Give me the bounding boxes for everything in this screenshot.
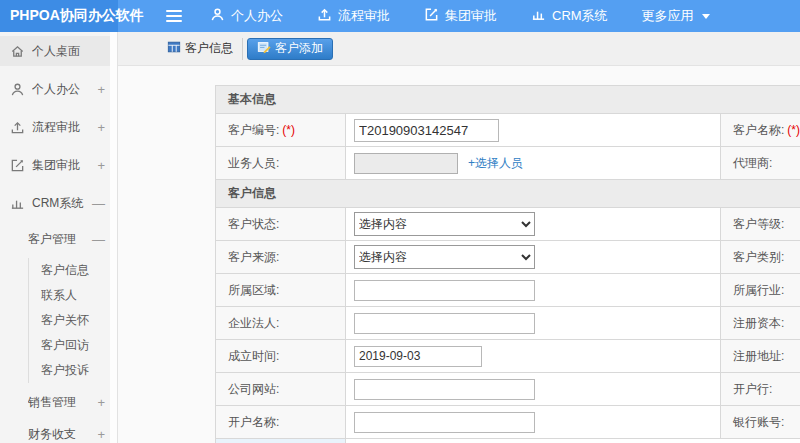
required-marker: (*) [282,123,295,137]
field-label-region: 所属区域: [216,274,346,307]
sidebar-item-label: 客户回访 [41,337,105,354]
field-cell-remark [346,439,800,443]
field-label-text: 开户名称: [228,415,279,429]
collapse-icon[interactable]: — [92,196,105,211]
sidebar-item-personal-office[interactable]: 个人办公+ [0,74,117,104]
sidebar-item-label: 客户投诉 [41,362,105,379]
sidebar-item-label: 集团审批 [32,157,95,174]
field-label-text: 开户行: [733,382,772,396]
company-website-input[interactable] [354,379,535,400]
sidebar-item-label: 销售管理 [28,394,95,411]
top-bar: PHPOA协同办公软件 个人办公流程审批集团审批CRM系统更多应用 [0,0,800,32]
grid-icon [167,40,181,57]
field-label-text: 公司网站: [228,382,279,396]
sidebar-item-customer-callback[interactable]: 客户回访 [29,333,117,358]
sidebar-item-label: 流程审批 [32,119,95,136]
sidebar-item-contacts[interactable]: 联系人 [29,283,117,308]
expand-icon[interactable]: + [97,82,105,97]
sidebar-scrollbar[interactable] [110,32,117,443]
expand-icon[interactable]: + [97,427,105,442]
nav-item-more-apps[interactable]: 更多应用 [642,7,710,25]
founded-date-input[interactable] [354,346,482,367]
field-label-text: 代理商: [733,156,772,170]
field-cell-customer-source: 选择内容 [346,241,721,274]
expand-icon[interactable]: + [97,395,105,410]
tab-customer-add[interactable]: 客户添加 [247,38,333,60]
sidebar-item-customer-care[interactable]: 客户关怀 [29,308,117,333]
nav-item-workflow-approval[interactable]: 流程审批 [317,7,390,25]
customer-status-select[interactable]: 选择内容 [354,212,535,236]
sidebar-item-workflow-approval[interactable]: 流程审批+ [0,112,117,142]
sidebar-item-crm-system[interactable]: CRM系统— [0,188,117,218]
caret-down-icon [702,14,710,19]
section-header: 基本信息 [216,86,800,114]
region-input[interactable] [354,280,535,301]
collapse-icon[interactable]: — [92,232,105,247]
customer-code-input[interactable] [354,119,499,142]
field-label-text: 成立时间: [228,349,279,363]
sidebar-item-label: 个人桌面 [32,43,105,60]
field-label-text: 注册地址: [733,349,784,363]
field-cell-account-name [346,406,721,439]
nav-item-label: 集团审批 [445,7,497,25]
nav-item-label: 更多应用 [642,7,694,25]
field-label2-legal-person: 注册资本: [721,307,800,340]
customer-form-table: 基本信息客户编号:(*)客户名称:(*)业务人员:+选择人员代理商:客户信息客户… [215,85,800,443]
field-cell-customer-status: 选择内容 [346,208,721,241]
sidebar: 个人桌面个人办公+流程审批+集团审批+CRM系统—客户管理—客户信息联系人客户关… [0,32,118,443]
sidebar-item-finance-income-expense[interactable]: 财务收支+ [0,421,117,443]
flow-icon [317,7,332,25]
sidebar-item-customer-management[interactable]: 客户管理— [0,226,117,252]
field-label-text: 注册资本: [733,316,784,330]
field-label2-founded-date: 注册地址: [721,340,800,373]
nav-item-label: 个人办公 [231,7,283,25]
form-add-icon [257,40,271,57]
sidebar-item-sales-management[interactable]: 销售管理+ [0,389,117,415]
nav-item-group-approval[interactable]: 集团审批 [424,7,497,25]
sidebar-item-label: 个人办公 [32,81,95,98]
account-name-input[interactable] [354,412,535,433]
field-label-text: 客户等级: [733,217,784,231]
form-content: 基本信息客户编号:(*)客户名称:(*)业务人员:+选择人员代理商:客户信息客户… [118,66,800,443]
field-label2-account-name: 银行账号: [721,406,800,439]
field-label-text: 企业法人: [228,316,279,330]
sales-person-input[interactable] [354,153,458,174]
field-cell-legal-person [346,307,721,340]
edit-icon [10,158,25,173]
sidebar-item-label: CRM系统 [32,195,90,212]
tab-customer-info[interactable]: 客户信息 [158,38,243,60]
user-icon [10,82,25,97]
customer-source-select[interactable]: 选择内容 [354,245,535,269]
field-cell-region [346,274,721,307]
select-person-link[interactable]: +选择人员 [468,156,523,170]
nav-item-label: 流程审批 [338,7,390,25]
field-label2-region: 所属行业: [721,274,800,307]
expand-icon[interactable]: + [97,120,105,135]
field-label-text: 客户编号: [228,123,279,137]
sidebar-item-group-approval[interactable]: 集团审批+ [0,150,117,180]
field-label-text: 银行账号: [733,415,784,429]
legal-person-input[interactable] [354,313,535,334]
field-label-legal-person: 企业法人: [216,307,346,340]
nav-item-crm-system[interactable]: CRM系统 [531,7,608,25]
expand-icon[interactable]: + [97,158,105,173]
field-label-text: 客户来源: [228,250,279,264]
tab-label: 客户信息 [185,40,233,57]
flow-icon [10,120,25,135]
field-label2-company-website: 开户行: [721,373,800,406]
menu-toggle-icon[interactable] [166,10,182,22]
user-icon [210,7,225,25]
nav-item-personal-office[interactable]: 个人办公 [210,7,283,25]
field-label2-customer-code: 客户名称:(*) [721,114,800,147]
field-label-founded-date: 成立时间: [216,340,346,373]
sidebar-item-personal-desktop[interactable]: 个人桌面 [0,36,117,66]
field-cell-founded-date [346,340,721,373]
field-label-account-name: 开户名称: [216,406,346,439]
field-label-customer-status: 客户状态: [216,208,346,241]
sidebar-item-customer-info[interactable]: 客户信息 [29,258,117,283]
sidebar-item-customer-complaint[interactable]: 客户投诉 [29,358,117,383]
home-icon [10,44,25,59]
sidebar-submenu: 客户信息联系人客户关怀客户回访客户投诉 [28,258,117,383]
top-nav: 个人办公流程审批集团审批CRM系统更多应用 [210,7,710,25]
field-label-text: 客户状态: [228,217,279,231]
